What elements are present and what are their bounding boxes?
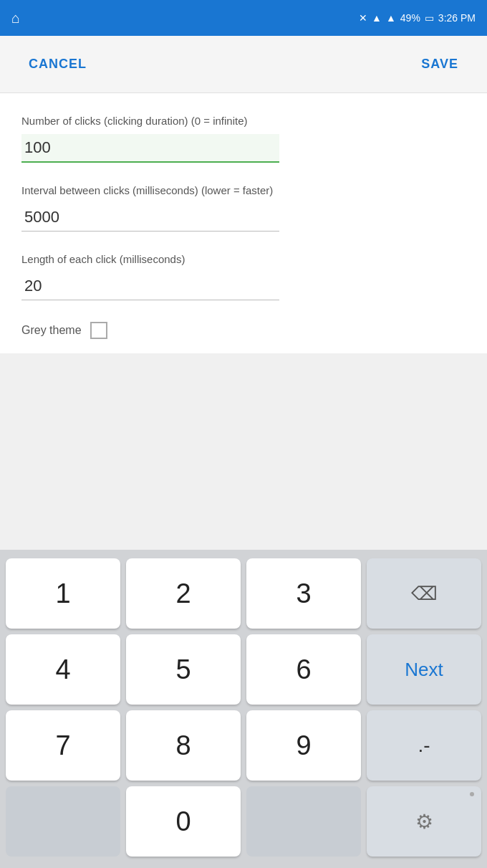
key-next[interactable]: Next — [367, 634, 481, 705]
key-3[interactable]: 3 — [246, 558, 361, 629]
clicks-input-wrap — [21, 134, 279, 163]
grey-theme-checkbox[interactable] — [90, 322, 107, 339]
clicks-field-group: Number of clicks (clicking duration) (0 … — [21, 115, 466, 163]
keyboard-row-3: 7 8 9 .- — [6, 710, 481, 781]
time-display: 3:26 PM — [438, 12, 476, 24]
interval-field-group: Interval between clicks (milliseconds) (… — [21, 184, 466, 232]
save-button[interactable]: SAVE — [421, 57, 458, 72]
signal-icon: ✕ — [359, 12, 367, 24]
wifi-icon: ▲ — [372, 12, 382, 24]
length-field-group: Length of each click (milliseconds) — [21, 253, 466, 300]
key-4[interactable]: 4 — [6, 634, 120, 705]
battery-icon: ▭ — [425, 12, 434, 24]
length-label: Length of each click (milliseconds) — [21, 253, 466, 265]
interval-input-wrap — [21, 204, 279, 232]
keyboard-area: 1 2 3 ⌫ 4 5 6 Next 7 8 9 .- 0 ⚙ — [0, 550, 487, 868]
grey-theme-label: Grey theme — [21, 324, 82, 337]
key-backspace[interactable]: ⌫ — [367, 558, 481, 629]
home-icon: ⌂ — [11, 10, 20, 27]
key-6[interactable]: 6 — [246, 634, 361, 705]
backspace-icon: ⌫ — [411, 583, 438, 605]
status-bar: ⌂ ✕ ▲ ▲ 49% ▭ 3:26 PM — [0, 0, 487, 36]
key-9[interactable]: 9 — [246, 710, 361, 781]
key-2[interactable]: 2 — [126, 558, 241, 629]
status-bar-left: ⌂ — [11, 10, 20, 27]
key-8[interactable]: 8 — [126, 710, 241, 781]
interval-label: Interval between clicks (milliseconds) (… — [21, 184, 466, 196]
cancel-button[interactable]: CANCEL — [29, 57, 87, 72]
action-bar: CANCEL SAVE — [0, 36, 487, 93]
key-settings[interactable]: ⚙ — [367, 786, 481, 857]
interval-input[interactable] — [21, 204, 279, 232]
keyboard-row-2: 4 5 6 Next — [6, 634, 481, 705]
corner-dot — [470, 792, 474, 796]
key-0[interactable]: 0 — [126, 786, 241, 857]
key-7[interactable]: 7 — [6, 710, 120, 781]
key-empty-right — [246, 786, 361, 857]
key-empty-left — [6, 786, 120, 857]
form-area: Number of clicks (clicking duration) (0 … — [0, 93, 487, 353]
status-bar-right: ✕ ▲ ▲ 49% ▭ 3:26 PM — [359, 12, 476, 24]
gear-icon: ⚙ — [415, 810, 433, 834]
grey-theme-row: Grey theme — [21, 322, 466, 339]
battery-text: 49% — [400, 12, 420, 24]
key-dot-dash[interactable]: .- — [367, 710, 481, 781]
length-input[interactable] — [21, 272, 279, 300]
key-5[interactable]: 5 — [126, 634, 241, 705]
clicks-input[interactable] — [21, 134, 279, 163]
keyboard-row-1: 1 2 3 ⌫ — [6, 558, 481, 629]
network-icon: ▲ — [386, 12, 396, 24]
keyboard-row-4: 0 ⚙ — [6, 786, 481, 857]
clicks-label: Number of clicks (clicking duration) (0 … — [21, 115, 466, 127]
dot-dash-icon: .- — [418, 734, 430, 757]
length-input-wrap — [21, 272, 279, 300]
key-1[interactable]: 1 — [6, 558, 120, 629]
